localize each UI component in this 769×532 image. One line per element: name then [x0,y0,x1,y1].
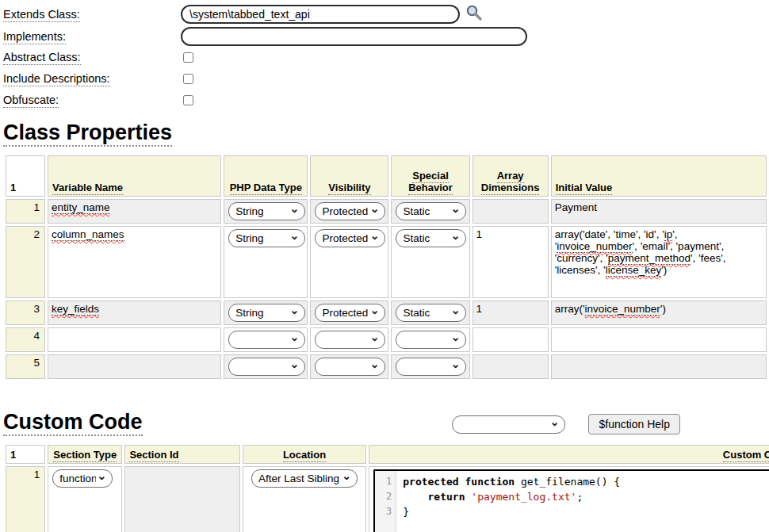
header-corner-cell: 1 [6,155,45,197]
include-descriptions-checkbox[interactable] [183,74,193,84]
line-number: 1 [375,474,396,489]
php-data-type-cell: String [224,226,308,298]
extends-class-label: Extends Class: [3,8,181,21]
visibility-select-wrap: Protected [315,229,385,247]
visibility-select[interactable]: Protected [315,229,385,247]
array-dimensions-cell[interactable]: 1 [472,300,549,325]
variable-name-field[interactable]: entity_name [52,201,110,214]
header-php-data-type-text: PHP Data Type [230,182,302,195]
extends-class-row: Extends Class: [3,5,769,23]
variable-name-cell[interactable]: column_names [48,226,221,298]
php-data-type-select[interactable]: String [228,304,305,322]
variable-name-field[interactable]: column_names [52,228,124,241]
special-behavior-select[interactable]: Static [396,304,466,322]
initial-value-cell[interactable] [551,327,767,352]
special-behavior-select[interactable] [396,331,466,349]
php-data-type-select-wrap [228,358,305,376]
header-special-behavior: Special Behavior [391,155,469,197]
abstract-class-row: Abstract Class: [3,49,769,65]
php-data-type-select[interactable] [228,331,305,349]
code-editor[interactable]: 1 protected function get_filename() { 2 … [373,469,769,532]
header-array-dimensions: Array Dimensions [472,155,549,197]
initial-value-token: license_key [606,264,662,277]
special-behavior-select-wrap [396,331,466,349]
obfuscate-checkbox[interactable] [183,95,193,105]
extends-class-input[interactable] [181,5,460,24]
header-array-dimensions-text: Array Dimensions [481,170,540,195]
array-dimensions-cell[interactable] [472,327,549,352]
header-location: Location [243,445,366,464]
class-properties-title-text: Class Properties [3,121,172,147]
visibility-select[interactable]: Protected [315,202,385,220]
special-behavior-select[interactable]: Static [396,229,466,247]
special-behavior-select[interactable] [396,358,466,376]
initial-value-cell[interactable]: array('invoice_number') [551,300,767,325]
code-plain: get_filename() { [515,476,620,488]
header-php-data-type: PHP Data Type [224,155,308,197]
initial-value-cell[interactable]: array('date', 'time', 'id', 'ip', 'invoi… [551,226,767,298]
php-data-type-select[interactable]: String [228,202,305,220]
header-custom-code-text: Custom Code [723,449,769,462]
initial-value-token: payment_method [608,252,691,265]
visibility-select[interactable]: Protected [315,304,385,322]
array-dimensions-cell[interactable] [472,354,549,379]
class-properties-table: 1 Variable Name PHP Data Type Visibility… [3,153,769,381]
code-string: 'payment_log.txt' [471,491,576,503]
row-number: 5 [6,354,45,379]
initial-value-token: invoice_number [557,240,632,253]
header-corner-cell: 1 [6,445,45,464]
variable-name-cell[interactable] [48,327,221,352]
variable-name-cell[interactable] [48,354,221,379]
row-number: 1 [6,466,45,532]
obfuscate-label: Obfuscate: [3,94,181,106]
search-icon[interactable] [465,4,483,25]
implements-input[interactable] [181,27,527,46]
code-keyword: return [428,491,465,503]
row-number: 4 [6,327,45,352]
visibility-select[interactable] [315,331,385,349]
location-select-wrap: After Last Sibling [251,469,358,488]
initial-value-cell[interactable] [551,354,767,379]
abstract-class-checkbox[interactable] [183,52,193,63]
function-helper-select-wrap [452,415,565,434]
special-behavior-select[interactable]: Static [396,202,466,220]
header-initial-value: Initial Value [551,155,767,197]
section-type-select-wrap: function [52,469,113,488]
special-behavior-select-wrap: Static [396,304,466,322]
custom-code-header-row: 1 Section Type Section Id Location Custo… [6,445,769,464]
special-behavior-select-wrap: Static [396,229,466,247]
section-id-cell [124,466,239,532]
variable-name-cell[interactable]: key_fields [48,300,221,325]
php-data-type-select[interactable] [228,358,305,376]
header-section-type: Section Type [48,445,122,464]
code-text: } [396,504,409,519]
variable-name-cell[interactable]: entity_name [48,199,221,224]
php-data-type-select[interactable]: String [228,229,305,247]
initial-value-text: ') [661,264,667,276]
header-variable-name: Variable Name [48,155,221,197]
header-special-behavior-text: Special Behavior [408,170,453,195]
php-data-type-select-wrap: String [228,304,305,322]
variable-name-field[interactable]: key_fields [52,303,99,316]
code-text: protected function get_filename() { [396,474,620,489]
code-line: 3 } [375,504,769,519]
array-dimensions-cell[interactable]: 1 [472,226,549,298]
special-behavior-select-wrap [396,358,466,376]
location-select[interactable]: After Last Sibling [251,469,358,488]
code-keyword: protected function [403,476,515,488]
custom-code-title: Custom Code [3,410,143,434]
include-descriptions-label-text: Include Descriptions: [3,72,110,86]
property-row-1: 1 entity_name String Protected Static Pa… [6,199,767,224]
function-help-button[interactable]: $function Help [588,414,680,434]
initial-value-cell[interactable]: Payment [551,199,767,224]
visibility-select-wrap [315,358,385,376]
special-behavior-cell [391,327,469,352]
section-type-select[interactable]: function [52,469,113,488]
visibility-select[interactable] [315,358,385,376]
php-data-type-cell: String [224,300,308,325]
abstract-class-label: Abstract Class: [3,51,181,63]
php-data-type-select-wrap: String [228,229,305,247]
array-dimensions-cell[interactable] [472,199,549,224]
property-row-5: 5 [6,354,767,379]
function-helper-select[interactable] [452,415,565,434]
